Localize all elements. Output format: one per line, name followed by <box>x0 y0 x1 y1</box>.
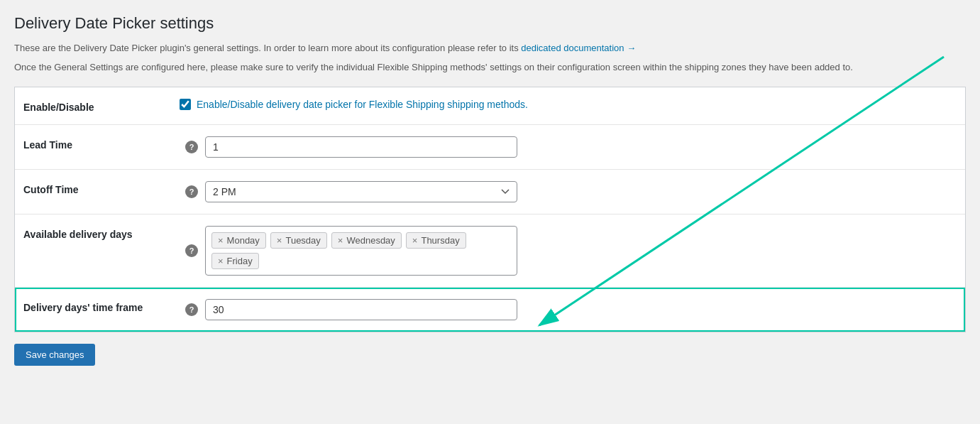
tag-tuesday-label: Tuesday <box>285 235 320 246</box>
available-days-tags-container: × Monday × Tuesday × Wednesday × Thursda… <box>205 226 517 276</box>
time-frame-label: Delivery days' time frame <box>23 299 180 313</box>
lead-time-help-icon[interactable]: ? <box>185 141 198 153</box>
cutoff-time-select[interactable]: 12 AM 1 AM 2 AM 6 AM 8 AM 10 AM 12 PM 1 … <box>205 181 517 202</box>
tag-thursday-remove[interactable]: × <box>412 236 418 245</box>
lead-time-row: Lead Time ? <box>15 125 965 170</box>
page-container: Delivery Date Picker settings These are … <box>0 0 980 424</box>
available-days-control: ? × Monday × Tuesday × Wednesday <box>180 226 957 276</box>
lead-time-control: ? <box>180 136 957 158</box>
enable-disable-row: Enable/Disable Enable/Disable delivery d… <box>15 87 965 125</box>
description-2: Once the General Settings are configured… <box>14 60 966 75</box>
tag-tuesday-remove[interactable]: × <box>277 236 282 245</box>
tag-friday: × Friday <box>211 253 259 269</box>
time-frame-row: Delivery days' time frame ? <box>15 288 965 332</box>
tag-monday-remove[interactable]: × <box>218 236 224 245</box>
tag-wednesday: × Wednesday <box>331 232 402 249</box>
tag-monday: × Monday <box>211 232 266 249</box>
lead-time-input[interactable] <box>205 136 517 158</box>
enable-disable-checkbox-group: Enable/Disable delivery date picker for … <box>180 99 528 110</box>
tag-thursday: × Thursday <box>406 232 466 249</box>
time-frame-control: ? <box>180 299 957 320</box>
tag-wednesday-remove[interactable]: × <box>338 236 343 245</box>
documentation-link[interactable]: dedicated documentation → <box>521 43 636 53</box>
lead-time-label: Lead Time <box>23 136 180 151</box>
enable-disable-checkbox-label: Enable/Disable delivery date picker for … <box>197 99 528 110</box>
settings-table: Enable/Disable Enable/Disable delivery d… <box>14 87 966 332</box>
cutoff-time-row: Cutoff Time ? 12 AM 1 AM 2 AM 6 AM 8 AM … <box>15 170 965 214</box>
enable-disable-control: Enable/Disable delivery date picker for … <box>180 99 957 110</box>
time-frame-help-icon[interactable]: ? <box>185 303 198 316</box>
description-1-text: These are the Delivery Date Picker plugi… <box>14 43 521 53</box>
tag-friday-label: Friday <box>227 256 253 266</box>
cutoff-time-label: Cutoff Time <box>23 181 180 195</box>
checkbox-label-suffix: shipping methods. <box>444 99 528 110</box>
tag-monday-label: Monday <box>227 235 260 246</box>
checkbox-label-highlight: Flexible Shipping <box>369 99 445 110</box>
page-title: Delivery Date Picker settings <box>14 14 966 33</box>
cutoff-time-control: ? 12 AM 1 AM 2 AM 6 AM 8 AM 10 AM 12 PM … <box>180 181 957 202</box>
available-days-help-icon[interactable]: ? <box>185 244 198 257</box>
save-changes-button[interactable]: Save changes <box>14 344 95 366</box>
tag-thursday-label: Thursday <box>421 235 459 246</box>
checkbox-label-prefix: Enable/Disable delivery date picker for <box>197 99 369 110</box>
enable-disable-checkbox[interactable] <box>180 99 191 110</box>
cutoff-time-help-icon[interactable]: ? <box>185 185 198 198</box>
enable-disable-label: Enable/Disable <box>23 99 180 113</box>
tag-friday-remove[interactable]: × <box>218 256 224 266</box>
time-frame-input[interactable] <box>205 299 517 320</box>
available-days-label: Available delivery days <box>23 226 180 240</box>
available-days-row: Available delivery days ? × Monday × Tue… <box>15 214 965 288</box>
description-1: These are the Delivery Date Picker plugi… <box>14 41 966 56</box>
tag-tuesday: × Tuesday <box>270 232 327 249</box>
tag-wednesday-label: Wednesday <box>346 235 395 246</box>
